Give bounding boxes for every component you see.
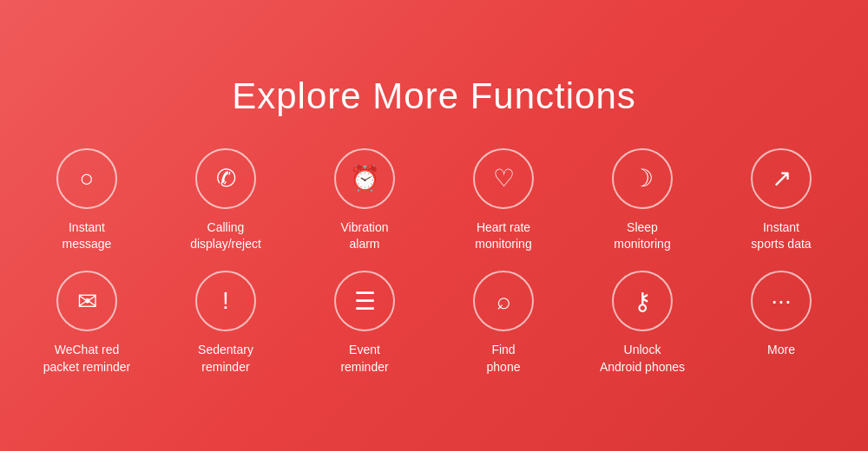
feature-label-more: More (767, 342, 795, 359)
feature-label-unlock-android: UnlockAndroid phones (600, 342, 685, 376)
feature-row-1: ✉WeChat redpacket reminder!Sedentaryremi… (30, 271, 838, 376)
dots-icon: ··· (751, 271, 812, 331)
feature-vibration-alarm: ⏰Vibrationalarm (308, 148, 421, 253)
feature-sports-data: ↗Instantsports data (725, 148, 838, 253)
key-icon: ⚷ (612, 271, 673, 331)
feature-find-phone: ⌕Findphone (447, 271, 560, 376)
exclamation-icon: ! (195, 271, 256, 331)
feature-more: ···More (725, 271, 838, 376)
feature-label-sports-data: Instantsports data (751, 219, 811, 253)
chart-icon: ↗ (751, 148, 812, 209)
page-title: Explore More Functions (232, 75, 636, 117)
moon-icon: ☽ (612, 148, 673, 209)
feature-label-find-phone: Findphone (487, 342, 521, 376)
feature-wechat-red-packet: ✉WeChat redpacket reminder (30, 271, 143, 376)
envelope-icon: ✉ (56, 271, 117, 331)
feature-label-wechat-red-packet: WeChat redpacket reminder (43, 342, 130, 376)
heart-icon: ♡ (473, 148, 534, 209)
feature-label-vibration-alarm: Vibrationalarm (340, 219, 388, 253)
feature-label-sedentary-reminder: Sedentaryreminder (198, 342, 253, 376)
alarm-icon: ⏰ (334, 148, 395, 209)
feature-sleep-monitoring: ☽Sleepmonitoring (586, 148, 699, 253)
feature-label-heart-rate: Heart ratemonitoring (475, 219, 531, 253)
feature-label-instant-message: Instantmessage (62, 219, 112, 253)
feature-heart-rate: ♡Heart ratemonitoring (447, 148, 560, 253)
list-icon: ☰ (334, 271, 395, 331)
features-grid: ○Instantmessage✆Callingdisplay/reject⏰Vi… (30, 148, 838, 376)
feature-label-sleep-monitoring: Sleepmonitoring (614, 219, 670, 253)
phone-icon: ✆ (195, 148, 256, 209)
feature-label-calling-display: Callingdisplay/reject (190, 219, 261, 253)
feature-calling-display: ✆Callingdisplay/reject (169, 148, 282, 253)
chat-icon: ○ (56, 148, 117, 209)
feature-unlock-android: ⚷UnlockAndroid phones (586, 271, 699, 376)
search-icon: ⌕ (473, 271, 534, 331)
feature-label-event-reminder: Eventreminder (340, 342, 388, 376)
feature-sedentary-reminder: !Sedentaryreminder (169, 271, 282, 376)
feature-instant-message: ○Instantmessage (30, 148, 143, 253)
feature-event-reminder: ☰Eventreminder (308, 271, 421, 376)
feature-row-0: ○Instantmessage✆Callingdisplay/reject⏰Vi… (30, 148, 838, 253)
